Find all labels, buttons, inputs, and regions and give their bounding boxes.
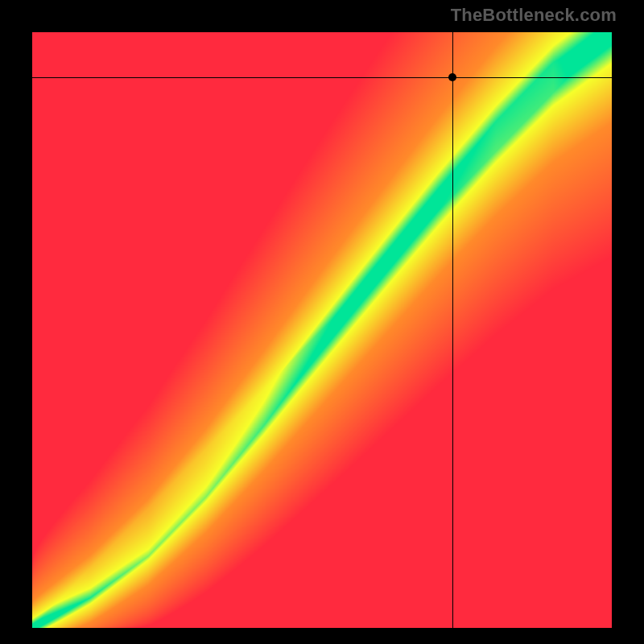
- chart-frame: TheBottleneck.com: [0, 0, 644, 644]
- crosshair-vertical: [452, 32, 453, 628]
- bottleneck-heatmap: [32, 32, 612, 628]
- watermark-text: TheBottleneck.com: [451, 5, 617, 26]
- marker-dot: [448, 73, 456, 81]
- crosshair-horizontal: [32, 77, 612, 78]
